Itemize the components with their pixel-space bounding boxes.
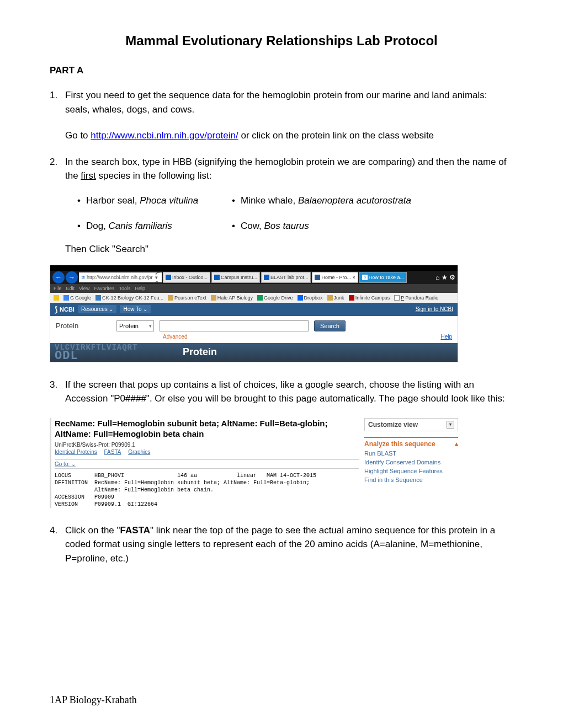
species-dog: • Dog, Canis familiaris [77,221,232,232]
species-scientific: Canis familiaris [109,221,172,231]
step-1-body: First you need to get the sequence data … [65,88,513,116]
section-a-label: PART A [50,65,513,76]
menu-bar: File Edit View Favorites Tools Help [50,284,458,293]
menu-tools[interactable]: Tools [119,286,130,291]
analyze-header: Analyze this sequence ▴ [364,437,458,448]
tab-inbox[interactable]: Inbox - Outloo... [163,272,210,283]
step-1-number: 1. [50,88,65,116]
bullet-icon: • [232,195,235,206]
page-footer: 1AP Biology-Krabath [50,694,137,706]
result-subtitle: UniProtKB/Swiss-Prot: P09909.1 [55,442,359,448]
species-scientific: Balaenoptera acutorostrata [298,195,411,206]
tab-campus[interactable]: Campus Instru... [211,272,260,283]
fav-infinite-campus[interactable]: Infinite Campus [349,295,390,301]
identical-proteins-link[interactable]: Identical Proteins [55,449,97,455]
bullet-icon: • [232,221,235,232]
goto-dropdown[interactable]: Go to: [55,459,359,469]
fav-junk[interactable]: Junk [327,295,344,301]
fav-ck12[interactable]: CK-12 Biology CK-12 Fou... [95,295,163,301]
step-3-body: If the screen that pops up contains a li… [65,378,513,406]
database-select[interactable]: Protein [116,320,154,331]
fav-star-icon[interactable] [54,295,59,301]
fav-dropbox[interactable]: Dropbox [298,295,323,301]
advanced-link[interactable]: Advanced [163,334,187,340]
search-input[interactable] [160,320,309,331]
step-4-body: Click on the "FASTA" link near the top o… [65,523,513,566]
highlight-features-link[interactable]: Highlight Sequence Features [364,467,458,475]
chevron-up-icon[interactable]: ▴ [455,440,458,448]
step-2-text-b: species in the following list: [96,170,212,181]
page-title: Mammal Evolutionary Relationships Lab Pr… [50,33,513,49]
step-1: 1. First you need to get the sequence da… [50,88,513,116]
result-links: Identical Proteins FASTA Graphics [55,449,359,455]
ncbi-result-screenshot: RecName: Full=Hemoglobin subunit beta; A… [50,418,458,508]
goto-suffix: or click on the protein link on the clas… [238,130,434,141]
ncbi-search-area: Protein Protein Search [50,316,458,334]
search-button[interactable]: Search [314,320,346,331]
customize-view[interactable]: Customize view ▾ [364,418,458,431]
fasta-link[interactable]: FASTA [104,449,121,455]
menu-favorites[interactable]: Favorites [94,286,114,291]
species-common: Harbor seal, [86,195,140,206]
step-2-body: In the search box, type in HBB (signifyi… [65,155,513,183]
protein-label: Protein [56,322,111,330]
result-left: RecName: Full=Hemoglobin subunit beta; A… [50,418,359,508]
menu-help[interactable]: Help [135,286,145,291]
tab-howto[interactable]: bHow to Take a... [359,272,407,283]
ncbi-protein-link[interactable]: http://www.ncbi.nlm.nih.gov/protein/ [91,130,238,141]
result-right: Customize view ▾ Analyze this sequence ▴… [364,418,458,508]
step-4-text-a: Click on the " [65,525,120,536]
genbank-record: LOCUS HBB_PHOVI 146 aa linear MAM 14-OCT… [55,472,359,508]
step-4: 4. Click on the "FASTA" link near the to… [50,523,513,566]
step-4-number: 4. [50,523,65,566]
browser-screenshot: ← → ≋ http://www.ncbi.nlm.nih.gov/pr 🔎 ▾… [50,265,458,362]
fav-google-drive[interactable]: Google Drive [257,295,293,301]
fav-hale[interactable]: Hale AP Biology [211,295,253,301]
find-in-sequence-link[interactable]: Find in this Sequence [364,475,458,484]
fav-pandora[interactable]: P Pandora Radio [394,295,438,301]
protein-banner-word: Protein [183,346,217,358]
step-3: 3. If the screen that pops up contains a… [50,378,513,406]
species-scientific: Phoca vitulina [140,195,198,206]
address-bar[interactable]: ≋ http://www.ncbi.nlm.nih.gov/pr 🔎 ▾ ⟳ [79,272,162,282]
species-cow: • Cow, Bos taurus [232,221,513,232]
ncbi-resources[interactable]: Resources ⌄ [78,305,117,313]
ncbi-logo[interactable]: ⟆NCBI [55,305,75,314]
search-refresh-icon: 🔎 ▾ ⟳ [155,272,161,282]
browser-chrome-icons[interactable]: ⌂ ★ ⚙ [435,274,455,281]
step-4-fasta: FASTA [120,525,150,536]
tab-home-active[interactable]: Home - Pro... × [312,272,358,283]
bullet-icon: • [77,195,81,206]
menu-edit[interactable]: Edit [66,286,75,291]
step-3-number: 3. [50,378,65,406]
species-minke-whale: • Minke whale, Balaenoptera acutorostrat… [232,195,513,206]
fav-google[interactable]: G Google [63,295,91,301]
tab-blast[interactable]: BLAST lab prot... [261,272,311,283]
protein-banner: VLCVIRKFTLVIAQRT ODL Protein [50,343,458,362]
address-text: http://www.ncbi.nlm.nih.gov/pr [87,275,153,280]
species-scientific: Bos taurus [264,221,309,231]
species-common: Dog, [86,221,109,231]
favorites-bar: G Google CK-12 Biology CK-12 Fou... Pear… [50,293,458,303]
ncbi-howto[interactable]: How To ⌄ [120,305,151,313]
help-link[interactable]: Help [440,334,452,340]
run-blast-link[interactable]: Run BLAST [364,449,458,458]
result-title: RecName: Full=Hemoglobin subunit beta; A… [55,418,359,440]
identify-conserved-link[interactable]: Identify Conserved Domains [364,458,458,467]
graphics-link[interactable]: Graphics [128,449,150,455]
chevron-down-icon: ▾ [447,421,454,429]
forward-button[interactable]: → [66,271,78,283]
signin-link[interactable]: Sign in to NCBI [416,306,453,312]
menu-view[interactable]: View [79,286,89,291]
species-grid: • Harbor seal, Phoca vitulina • Minke wh… [77,195,513,232]
species-harbor-seal: • Harbor seal, Phoca vitulina [77,195,232,206]
back-button[interactable]: ← [52,271,65,283]
adv-help-row: Advanced Help [50,334,458,343]
menu-file[interactable]: File [54,286,62,291]
step-2-number: 2. [50,155,65,183]
fav-pearson[interactable]: Pearson eText [168,295,206,301]
species-common: Minke whale, [241,195,298,206]
then-click-search: Then Click "Search" [65,244,513,255]
browser-tabbar: ← → ≋ http://www.ncbi.nlm.nih.gov/pr 🔎 ▾… [50,271,458,284]
step-2: 2. In the search box, type in HBB (signi… [50,155,513,183]
